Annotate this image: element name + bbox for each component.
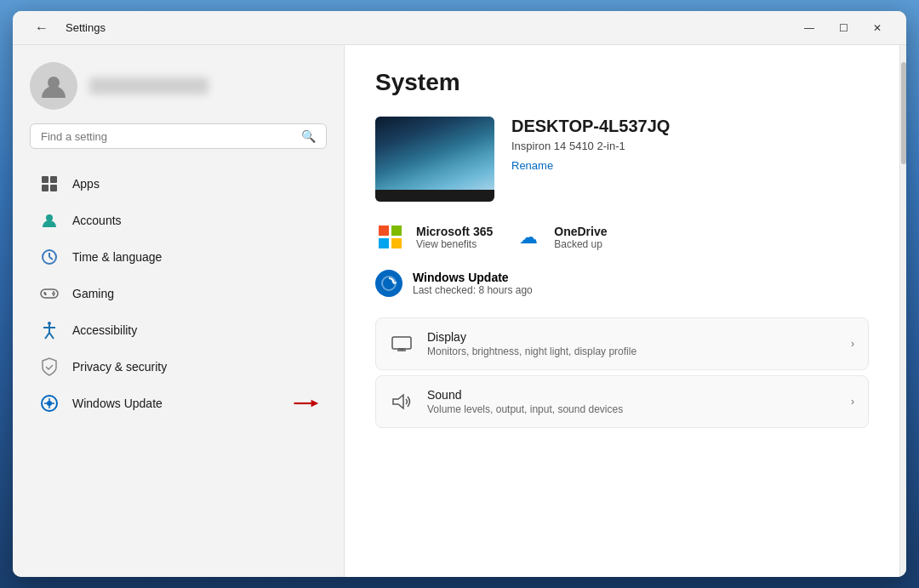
arrow-indicator [293, 396, 323, 411]
username-display [89, 77, 208, 94]
svg-rect-2 [50, 176, 57, 183]
sound-icon [390, 390, 414, 414]
onedrive-subtitle: Backed up [554, 238, 607, 250]
accounts-label: Accounts [72, 214, 122, 227]
title-bar-controls: — ☐ ✕ [794, 15, 893, 41]
back-button[interactable]: ← [26, 15, 57, 41]
search-button[interactable]: 🔍 [301, 129, 316, 143]
content-area: 🔍 Apps [13, 45, 906, 577]
windows-update-label: Windows Update [72, 397, 163, 410]
accessibility-icon [40, 321, 59, 340]
nav-item-apps[interactable]: Apps [20, 166, 337, 202]
sound-item[interactable]: Sound Volume levels, output, input, soun… [375, 375, 869, 428]
user-section [13, 45, 344, 123]
minimize-button[interactable]: — [794, 15, 825, 41]
svg-point-12 [53, 294, 54, 296]
apps-icon [40, 174, 59, 193]
ms365-icon [375, 222, 406, 253]
ms365-title: Microsoft 365 [416, 225, 493, 238]
gaming-label: Gaming [72, 287, 114, 300]
display-title: Display [427, 330, 837, 344]
nav-item-privacy[interactable]: Privacy & security [20, 349, 337, 385]
device-name: DESKTOP-4L537JQ [511, 117, 869, 136]
sound-title: Sound [427, 388, 837, 402]
onedrive-text: OneDrive Backed up [554, 225, 607, 250]
ms365-action[interactable]: Microsoft 365 View benefits [375, 222, 493, 253]
update-status-text: Windows Update Last checked: 8 hours ago [413, 271, 533, 296]
update-title: Windows Update [413, 271, 533, 284]
title-bar: ← Settings — ☐ ✕ [13, 11, 906, 45]
sound-subtitle: Volume levels, output, input, sound devi… [427, 403, 837, 415]
search-input[interactable] [41, 130, 301, 143]
display-text: Display Monitors, brightness, night ligh… [427, 330, 837, 357]
close-button[interactable]: ✕ [862, 15, 893, 41]
time-label: Time & language [72, 250, 162, 264]
onedrive-action[interactable]: ☁ OneDrive Backed up [513, 222, 607, 253]
svg-point-21 [47, 401, 52, 406]
onedrive-icon: ☁ [513, 222, 544, 253]
accounts-icon [40, 211, 59, 230]
nav-item-accounts[interactable]: Accounts [20, 203, 337, 238]
nav-item-gaming[interactable]: Gaming [20, 276, 337, 311]
device-model: Inspiron 14 5410 2-in-1 [511, 140, 869, 152]
accessibility-label: Accessibility [72, 323, 137, 337]
svg-rect-3 [42, 185, 49, 191]
ms365-text: Microsoft 365 View benefits [416, 225, 493, 250]
scrollbar[interactable] [899, 45, 906, 577]
rename-link[interactable]: Rename [511, 159, 553, 172]
update-status-section: Windows Update Last checked: 8 hours ago [375, 270, 869, 297]
svg-line-8 [49, 257, 53, 260]
nav-item-accessibility[interactable]: Accessibility [20, 312, 337, 348]
scrollbar-thumb[interactable] [901, 62, 906, 164]
svg-rect-24 [392, 337, 411, 349]
settings-window: ← Settings — ☐ ✕ [13, 11, 906, 577]
sidebar: 🔍 Apps [13, 45, 345, 577]
display-item[interactable]: Display Monitors, brightness, night ligh… [375, 317, 869, 370]
time-icon [40, 248, 59, 266]
window-title: Settings [66, 21, 106, 34]
display-subtitle: Monitors, brightness, night light, displ… [427, 345, 837, 357]
display-chevron: › [851, 338, 854, 350]
svg-rect-1 [42, 176, 49, 183]
svg-marker-23 [311, 400, 319, 408]
update-status-icon [375, 270, 402, 297]
sound-chevron: › [851, 396, 854, 408]
device-image [375, 117, 494, 202]
page-title: System [375, 69, 869, 96]
device-section: DESKTOP-4L537JQ Inspiron 14 5410 2-in-1 … [375, 117, 869, 202]
sound-text: Sound Volume levels, output, input, soun… [427, 388, 837, 415]
search-box[interactable]: 🔍 [30, 123, 327, 149]
display-icon [390, 332, 414, 356]
svg-marker-28 [393, 395, 403, 408]
apps-label: Apps [72, 177, 100, 191]
quick-actions: Microsoft 365 View benefits ☁ OneDrive B… [375, 222, 869, 253]
privacy-icon [40, 357, 59, 376]
svg-line-19 [49, 333, 54, 339]
svg-line-14 [44, 292, 46, 295]
ms365-subtitle: View benefits [416, 238, 493, 250]
update-subtitle: Last checked: 8 hours ago [413, 284, 533, 296]
device-info: DESKTOP-4L537JQ Inspiron 14 5410 2-in-1 … [511, 117, 869, 173]
svg-point-15 [48, 322, 51, 325]
onedrive-title: OneDrive [554, 225, 607, 238]
windows-update-icon [40, 394, 59, 413]
privacy-label: Privacy & security [72, 360, 167, 374]
gaming-icon [40, 284, 59, 303]
svg-rect-4 [50, 185, 57, 191]
svg-line-18 [45, 333, 49, 339]
avatar [30, 62, 77, 110]
maximize-button[interactable]: ☐ [828, 15, 859, 41]
nav-item-time[interactable]: Time & language [20, 239, 337, 275]
title-bar-left: ← Settings [26, 15, 106, 41]
svg-point-11 [53, 291, 54, 293]
nav-item-update[interactable]: Windows Update [20, 385, 337, 421]
svg-point-5 [46, 214, 53, 221]
main-content: System DESKTOP-4L537JQ Inspiron 14 5410 … [345, 45, 899, 577]
